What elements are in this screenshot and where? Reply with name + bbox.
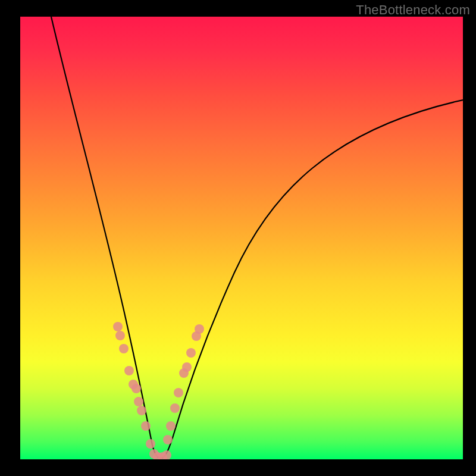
data-marker: [124, 366, 134, 375]
data-marker: [146, 439, 155, 449]
data-marker: [182, 362, 192, 372]
data-marker: [113, 322, 123, 331]
data-marker: [162, 450, 171, 459]
data-marker: [174, 388, 183, 397]
data-marker: [131, 384, 141, 393]
data-marker: [137, 406, 146, 415]
data-marker: [119, 344, 129, 353]
curve-path: [51, 17, 463, 458]
watermark-text: TheBottleneck.com: [356, 2, 470, 18]
data-marker: [141, 421, 151, 431]
data-marker: [170, 403, 180, 413]
data-marker: [195, 324, 204, 334]
bottleneck-curve: [20, 17, 463, 459]
data-marker: [134, 397, 143, 406]
data-marker: [115, 331, 125, 340]
chart-outer-frame: TheBottleneck.com: [0, 0, 476, 476]
data-marker: [166, 421, 176, 431]
chart-plot-area: [20, 17, 463, 459]
data-marker: [186, 348, 196, 358]
data-marker: [163, 435, 173, 444]
